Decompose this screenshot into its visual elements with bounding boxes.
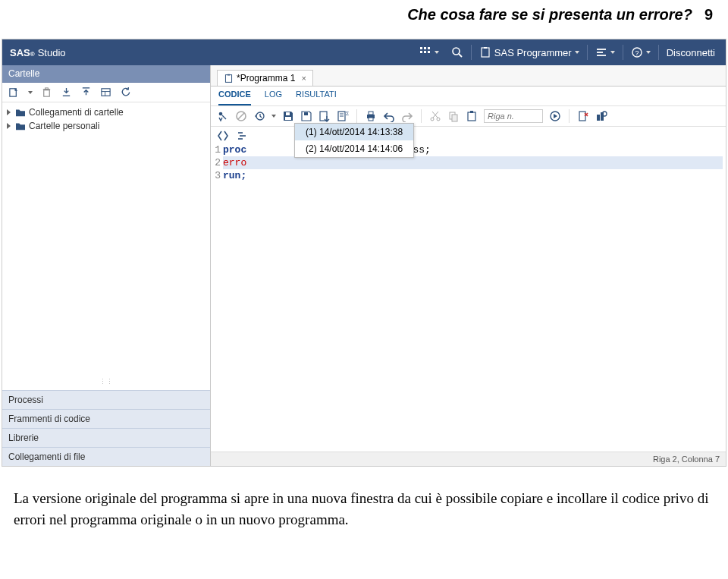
folder-tree: Collegamenti di cartelle Cartelle person…: [2, 102, 210, 378]
code-keyword: run;: [223, 169, 246, 182]
svg-rect-2: [428, 47, 430, 49]
print-icon[interactable]: [365, 110, 377, 122]
summary-icon[interactable]: Σ: [337, 110, 349, 122]
history-dropdown: (1) 14/ott/2014 14:13:38 (2) 14/ott/2014…: [294, 123, 414, 158]
code-editor[interactable]: 1proc.class; 2erro 3run;: [211, 143, 726, 182]
svg-point-26: [219, 112, 223, 116]
tab-log[interactable]: LOG: [265, 90, 282, 105]
goto-icon[interactable]: [549, 110, 561, 122]
svg-rect-32: [304, 112, 308, 115]
svg-rect-45: [468, 112, 475, 121]
undo-icon[interactable]: [383, 110, 395, 122]
editor-subtabs: CODICE LOG RISULTATI: [211, 87, 726, 106]
svg-point-6: [453, 48, 460, 55]
search-button[interactable]: [445, 39, 469, 65]
history-icon[interactable]: [253, 110, 265, 122]
history-item-1[interactable]: (1) 14/ott/2014 14:13:38: [295, 124, 413, 140]
tree-item-personal[interactable]: Cartelle personali: [7, 119, 206, 133]
folder-icon: [15, 121, 26, 131]
format-icon[interactable]: [237, 130, 249, 142]
status-bar: Riga 2, Colonna 7: [211, 452, 726, 466]
svg-rect-0: [420, 47, 422, 49]
svg-rect-51: [597, 115, 600, 121]
upload-icon[interactable]: [80, 87, 92, 98]
svg-text:?: ?: [635, 49, 639, 57]
export-icon[interactable]: [318, 110, 331, 122]
tab-code[interactable]: CODICE: [218, 90, 251, 105]
save-icon[interactable]: [282, 110, 294, 122]
sidebar-section-folders[interactable]: Cartelle: [2, 65, 210, 83]
view-menu[interactable]: [589, 39, 621, 65]
help-menu[interactable]: ?: [625, 39, 657, 65]
help-icon: ?: [631, 46, 643, 58]
app-topbar: SAS® Studio SAS Programmer ? Discon: [2, 39, 726, 65]
brand-sup: ®: [30, 51, 35, 58]
brand-prefix: SAS: [10, 47, 30, 58]
trash-icon[interactable]: [41, 87, 52, 98]
document-body-text: La versione originale del programma si a…: [0, 467, 728, 543]
svg-rect-25: [228, 74, 230, 75]
refresh-icon[interactable]: [120, 87, 131, 98]
svg-rect-21: [102, 89, 110, 96]
sidebar-section-libraries[interactable]: Librerie: [2, 428, 210, 447]
grid-menu[interactable]: [413, 39, 445, 65]
file-tabs: *Programma 1 ×: [211, 65, 726, 87]
svg-rect-1: [424, 47, 426, 49]
programmer-menu[interactable]: SAS Programmer: [473, 39, 585, 65]
tab-results[interactable]: RISULTATI: [296, 90, 337, 105]
svg-rect-9: [484, 47, 487, 49]
line-number: 1: [212, 143, 223, 156]
goto-line-input[interactable]: [484, 109, 543, 123]
sidebar-section-processes[interactable]: Processi: [2, 390, 210, 409]
redo-icon[interactable]: [401, 110, 413, 122]
svg-point-42: [437, 118, 440, 121]
svg-text:Σ: Σ: [346, 111, 349, 116]
expand-icon: [7, 123, 11, 129]
stop-icon[interactable]: [235, 110, 247, 122]
document-header: Che cosa fare se si presenta un errore? …: [0, 0, 728, 34]
download-icon[interactable]: [61, 87, 72, 98]
line-number: 2: [212, 156, 223, 169]
search-icon: [451, 46, 463, 58]
close-icon[interactable]: ×: [301, 74, 306, 83]
code-error: erro: [223, 157, 246, 168]
disconnect-label: Disconnetti: [667, 47, 715, 58]
find-icon[interactable]: [595, 110, 607, 122]
expand-icon: [7, 109, 11, 115]
svg-rect-40: [369, 118, 373, 121]
paste-icon[interactable]: [466, 110, 478, 122]
disconnect-button[interactable]: Disconnetti: [661, 39, 721, 65]
cut-icon[interactable]: [429, 110, 441, 122]
svg-line-7: [459, 54, 462, 57]
resize-handle[interactable]: ⋮⋮: [99, 378, 113, 385]
sas-studio-app: SAS® Studio SAS Programmer ? Discon: [2, 39, 726, 467]
code-keyword: proc: [223, 144, 246, 156]
properties-icon[interactable]: [100, 87, 111, 98]
page-number: 9: [704, 6, 713, 24]
page-title: Che cosa fare se si presenta un errore?: [407, 6, 692, 24]
file-tab-program1[interactable]: *Programma 1 ×: [217, 70, 313, 86]
toggle-icon[interactable]: [217, 130, 229, 142]
tree-label: Collegamenti di cartelle: [29, 107, 124, 118]
svg-rect-39: [369, 112, 373, 115]
history-item-2[interactable]: (2) 14/ott/2014 14:14:06: [295, 140, 413, 157]
clear-icon[interactable]: [577, 110, 589, 122]
svg-rect-33: [320, 112, 327, 121]
editor-toolbar-2: [211, 127, 726, 143]
clipboard-icon: [479, 46, 491, 58]
main-pane: *Programma 1 × CODICE LOG RISULTATI Σ: [211, 65, 726, 466]
svg-rect-30: [286, 112, 290, 115]
new-icon[interactable]: [8, 87, 20, 98]
run-icon[interactable]: [217, 110, 229, 122]
svg-rect-18: [46, 88, 49, 90]
sidebar-section-snippets[interactable]: Frammenti di codice: [2, 409, 210, 428]
sidebar-section-filelinks[interactable]: Collegamenti di file: [2, 447, 210, 466]
copy-icon[interactable]: [447, 110, 460, 122]
saveas-icon[interactable]: [300, 110, 312, 122]
svg-rect-48: [579, 112, 585, 121]
svg-rect-24: [225, 74, 231, 82]
tree-item-shortcuts[interactable]: Collegamenti di cartelle: [7, 105, 206, 119]
editor-toolbar: Σ: [211, 106, 726, 127]
svg-point-41: [431, 118, 434, 121]
svg-rect-5: [428, 51, 430, 53]
